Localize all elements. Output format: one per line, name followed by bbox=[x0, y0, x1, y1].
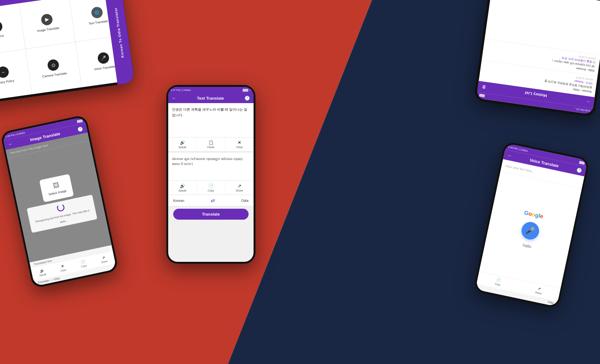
back-icon[interactable]: ← bbox=[172, 96, 176, 101]
speaker-icon: 🔊 bbox=[180, 140, 185, 145]
share-icon: ↗ bbox=[238, 183, 241, 188]
share-icon-5: ↗ bbox=[537, 287, 541, 292]
history-delete-icon[interactable]: 🗑 bbox=[482, 84, 487, 90]
app-header-phone2: ← Text Translate 🕐 bbox=[168, 93, 254, 103]
swap-icon[interactable]: ⇄ bbox=[211, 197, 215, 203]
header-title: Text Translate bbox=[197, 96, 224, 101]
image-upload-icon: 🖼 bbox=[52, 181, 60, 190]
google-logo: Google bbox=[523, 210, 544, 220]
paste-icon: 📋 bbox=[208, 140, 214, 145]
copy-icon-5: 📄 bbox=[496, 278, 502, 283]
history-back-icon[interactable]: ← bbox=[585, 99, 590, 105]
privacy-icon: – bbox=[0, 66, 10, 79]
translate-icon: 🌐 bbox=[91, 6, 103, 19]
translate-button[interactable]: Translate bbox=[173, 209, 249, 220]
copy-btn[interactable]: 📄 Copy bbox=[197, 181, 225, 195]
lang-to[interactable]: Odia bbox=[241, 199, 249, 202]
share-btn[interactable]: ↗ Share bbox=[225, 181, 254, 195]
menu-label-image: Image Translate bbox=[37, 26, 60, 32]
back-icon-4[interactable]: ← bbox=[8, 141, 13, 147]
translate-btn-container: Translate bbox=[168, 206, 254, 222]
output-area: ଜୀବନରେ ଭୁଲ ଅର୍ଥ ସାଧନର ପ୍ରୟସ୍ତୁତ କରିବାରେ … bbox=[168, 153, 254, 181]
menu-item-image-translate[interactable]: ▶ Image Translate bbox=[19, 0, 75, 49]
speaker-icon-4: 🔊 bbox=[39, 268, 45, 273]
clear-icon-4: ✕ bbox=[61, 264, 65, 269]
speaker-out-icon: 🔊 bbox=[180, 183, 185, 188]
menu-label-rate-us: Rate Us bbox=[0, 34, 4, 39]
input-text: 인생은 다른 계획을 세우느라 바쁠 때 일어나는 일입니다. bbox=[172, 107, 250, 118]
copy-icon-4: 📄 bbox=[80, 259, 86, 265]
menu-label-privacy: Privacy Policy bbox=[0, 79, 14, 85]
history-icon-4[interactable]: 🕐 bbox=[77, 126, 83, 132]
select-image-box[interactable]: 🖼 Select Image bbox=[39, 174, 74, 202]
clear-icon: ✕ bbox=[238, 140, 241, 145]
mic-button[interactable]: 🎤 bbox=[520, 220, 541, 241]
history-icon[interactable]: 🕐 bbox=[245, 96, 250, 101]
clear-btn[interactable]: ✕ Clear bbox=[225, 137, 254, 151]
lang-from[interactable]: Korean bbox=[173, 199, 184, 202]
phone-text-translate: 2:47 PM | 2.5KB/s ▓▓▓ ✓ ← Text Translate… bbox=[166, 85, 255, 264]
menu-label-camera: Camera Translate bbox=[42, 72, 67, 78]
speak-output-btn[interactable]: 🔊 Speak bbox=[168, 181, 197, 195]
status-bar-phone2: 2:47 PM | 2.5KB/s ▓▓▓ ✓ bbox=[168, 87, 254, 93]
phone-history: 5:00 PM | 57... ▓▓▓ ← History List 🗑 Kor… bbox=[473, 0, 600, 117]
history-list: Korean - Odia 한국어에서 영어로 번역하는 최고의 앱 ଓଡ଼ିଆ… bbox=[479, 0, 600, 97]
copy-icon: 📄 bbox=[208, 183, 214, 188]
paste-btn[interactable]: 📋 Paste bbox=[197, 137, 225, 151]
history-icon-5[interactable]: 🕐 bbox=[576, 167, 582, 173]
mic-icon: 🎤 bbox=[97, 52, 110, 65]
menu-label-text: Text Translate bbox=[88, 19, 108, 25]
history-title: History List bbox=[525, 91, 547, 98]
language-bar: Korean ⇄ Odia bbox=[168, 195, 254, 206]
back-icon-5[interactable]: ← bbox=[507, 152, 512, 158]
speak-input-btn[interactable]: 🔊 Speak bbox=[168, 137, 197, 151]
brand-title: Korean To Odia Translator bbox=[113, 7, 124, 58]
output-text: ଜୀବନରେ ଭୁଲ ଅର୍ଥ ସାଧନର ପ୍ରୟସ୍ତୁତ କରିବାରେ … bbox=[172, 157, 250, 167]
input-area[interactable]: 인생은 다른 계획을 세우느라 바쁠 때 일어나는 일입니다. bbox=[168, 103, 254, 137]
recognizing-box: Recognizing text from the Image. This ma… bbox=[27, 195, 97, 233]
output-actions: 🔊 Speak 📄 Copy ↗ Share bbox=[168, 181, 254, 195]
input-actions: 🔊 Speak 📋 Paste ✕ Clear bbox=[168, 137, 254, 152]
menu-item-camera[interactable]: ⊙ Camera Translate bbox=[26, 42, 82, 94]
hallo-text: hallo bbox=[522, 243, 532, 249]
star-icon: ★ bbox=[0, 20, 3, 33]
share-icon-4: ↗ bbox=[102, 255, 106, 260]
menu-label-voice: Voice Translate bbox=[94, 65, 115, 71]
image-icon: ▶ bbox=[40, 13, 53, 26]
camera-icon: ⊙ bbox=[47, 59, 60, 72]
